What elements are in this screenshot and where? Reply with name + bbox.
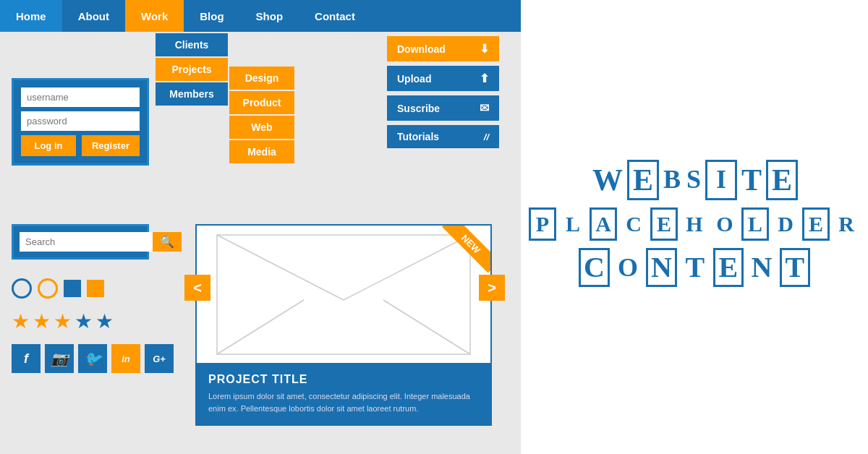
search-button[interactable]: 🔍	[153, 232, 182, 252]
char-E2: E	[766, 160, 798, 200]
char-h: h	[681, 207, 708, 241]
char-p: p	[529, 207, 556, 241]
carousel-arrow-right[interactable]: >	[479, 275, 505, 301]
search-input[interactable]	[20, 232, 153, 252]
char-i: i	[705, 160, 737, 200]
tutorials-icon: //	[484, 132, 489, 142]
char-E5: E	[713, 248, 744, 287]
login-form: Log in Register	[12, 78, 149, 166]
star-5: ★	[95, 309, 114, 333]
subscribe-icon: ✉	[480, 101, 489, 115]
star-1: ★	[12, 309, 30, 333]
top-nav: Home About Work Blog Shop Contact	[0, 0, 521, 32]
char-d: d	[772, 207, 799, 241]
nav-work[interactable]: Work	[125, 0, 184, 32]
login-button[interactable]: Log in	[21, 135, 76, 156]
card-info: PROJECT TITLE Lorem ipsum dolor sit amet…	[197, 363, 490, 424]
social-instagram[interactable]: 📷	[45, 344, 74, 373]
text-line-1: W E b s i T E	[529, 160, 860, 200]
text-line-3: C o N T E N T	[529, 248, 860, 287]
dropdown-clients[interactable]: Clients	[156, 33, 228, 56]
nav-shop[interactable]: Shop	[240, 0, 299, 32]
left-dropdown: Clients Projects Members	[156, 33, 228, 165]
stars-row: ★ ★ ★ ★ ★	[12, 309, 114, 333]
char-C1: C	[620, 207, 647, 241]
social-twitter[interactable]: 🐦	[78, 344, 107, 373]
star-2: ★	[33, 309, 51, 333]
char-L1: L	[559, 207, 587, 241]
char-E1: E	[627, 160, 659, 200]
register-button[interactable]: Register	[82, 135, 140, 156]
search-icon: 🔍	[160, 236, 174, 248]
new-ribbon-label: NEW	[442, 226, 490, 273]
char-T1: T	[680, 248, 710, 287]
square-blue	[64, 280, 81, 297]
right-panel: W E b s i T E p L a C E h o L d E R C o …	[521, 0, 868, 454]
dropdown-members[interactable]: Members	[156, 82, 228, 106]
social-row: f 📷 🐦 in G+	[12, 344, 174, 373]
action-buttons: Download ⬇ Upload ⬆ Suscribe ✉ Tutorials…	[387, 36, 499, 148]
char-L2: L	[741, 207, 769, 241]
card-image: NEW	[197, 226, 490, 363]
subscribe-button[interactable]: Suscribe ✉	[387, 95, 499, 121]
svg-line-4	[383, 300, 470, 354]
nav-blog[interactable]: Blog	[184, 0, 239, 32]
square-orange	[87, 280, 104, 297]
project-title: PROJECT TITLE	[208, 373, 479, 386]
carousel-arrow-left[interactable]: <	[184, 275, 210, 301]
project-card: NEW PROJECT TITLE Lorem ipsum dolor sit …	[195, 224, 492, 426]
char-T2: T	[780, 248, 810, 287]
left-panel: Home About Work Blog Shop Contact Client…	[0, 0, 521, 454]
char-a: a	[590, 207, 617, 241]
username-input[interactable]	[21, 87, 140, 107]
char-C2: C	[579, 248, 610, 287]
tutorials-button[interactable]: Tutorials //	[387, 125, 499, 148]
social-facebook[interactable]: f	[12, 344, 41, 373]
social-linkedin[interactable]: in	[111, 344, 140, 373]
char-E3: E	[650, 207, 678, 241]
char-b: b	[662, 160, 682, 200]
dropdown-web[interactable]: Web	[229, 116, 294, 139]
dropdown-projects[interactable]: Projects	[156, 58, 228, 81]
dropdown-product[interactable]: Product	[229, 91, 294, 114]
dropdown-design[interactable]: Design	[229, 67, 294, 90]
char-o2: o	[613, 248, 643, 287]
nav-about[interactable]: About	[62, 0, 125, 32]
svg-line-1	[217, 235, 344, 300]
right-dropdown: Design Product Web Media	[229, 67, 294, 165]
download-icon: ⬇	[480, 42, 489, 56]
nav-contact[interactable]: Contact	[299, 0, 371, 32]
char-T: T	[740, 160, 763, 200]
nav-home[interactable]: Home	[0, 0, 62, 32]
star-3: ★	[54, 309, 72, 333]
char-s: s	[685, 160, 702, 200]
upload-icon: ⬆	[480, 72, 489, 85]
circle-outline-blue	[12, 278, 32, 299]
star-4: ★	[75, 309, 93, 333]
char-o: o	[711, 207, 739, 241]
placeholder-heading: W E b s i T E p L a C E h o L d E R C o …	[529, 160, 860, 294]
svg-line-3	[217, 300, 304, 354]
shapes-row	[12, 278, 104, 299]
upload-button[interactable]: Upload ⬆	[387, 66, 499, 91]
password-input[interactable]	[21, 111, 140, 131]
project-description: Lorem ipsum dolor sit amet, consectetur …	[208, 390, 479, 414]
download-button[interactable]: Download ⬇	[387, 36, 499, 61]
social-googleplus[interactable]: G+	[145, 344, 174, 373]
text-line-2: p L a C E h o L d E R	[529, 207, 860, 241]
dropdown-media[interactable]: Media	[229, 140, 294, 163]
char-R: R	[833, 207, 860, 241]
char-N1: N	[646, 248, 677, 287]
char-N2: N	[746, 248, 777, 287]
circle-outline-orange	[38, 278, 58, 299]
search-bar: 🔍	[12, 224, 149, 260]
char-E4: E	[802, 207, 830, 241]
char-W: W	[591, 160, 624, 200]
